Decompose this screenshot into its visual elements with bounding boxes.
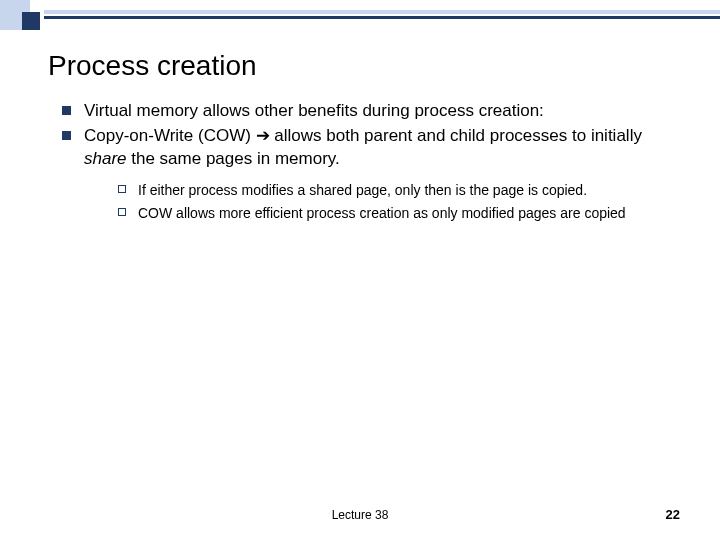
header-decoration [0, 0, 720, 40]
header-stripe-light [44, 10, 720, 14]
hollow-square-bullet-icon [118, 208, 126, 216]
bullet-list-level2: If either process modifies a shared page… [84, 181, 684, 223]
header-stripe-dark [44, 16, 720, 19]
sub-bullet-item: COW allows more efficient process creati… [114, 204, 684, 223]
slide: Process creation Virtual memory allows o… [0, 0, 720, 540]
bullet-item: Copy-on-Write (COW) ➔ allows both parent… [56, 125, 684, 223]
bullet-text: Virtual memory allows other benefits dur… [84, 101, 544, 120]
bullet-text-post: the same pages in memory. [127, 149, 340, 168]
header-square-dark [22, 12, 40, 30]
bullet-list-level1: Virtual memory allows other benefits dur… [56, 100, 684, 223]
hollow-square-bullet-icon [118, 185, 126, 193]
square-bullet-icon [62, 106, 71, 115]
bullet-text-pre: Copy-on-Write (COW) [84, 126, 256, 145]
bullet-item: Virtual memory allows other benefits dur… [56, 100, 684, 123]
bullet-text-mid: allows both parent and child processes t… [270, 126, 642, 145]
slide-title: Process creation [48, 50, 257, 82]
arrow-icon: ➔ [256, 126, 270, 145]
footer-lecture: Lecture 38 [0, 508, 720, 522]
content-area: Virtual memory allows other benefits dur… [56, 100, 684, 227]
sub-bullet-item: If either process modifies a shared page… [114, 181, 684, 200]
square-bullet-icon [62, 131, 71, 140]
footer-page-number: 22 [666, 507, 680, 522]
bullet-text-italic: share [84, 149, 127, 168]
sub-bullet-text: If either process modifies a shared page… [138, 182, 587, 198]
sub-bullet-text: COW allows more efficient process creati… [138, 205, 626, 221]
